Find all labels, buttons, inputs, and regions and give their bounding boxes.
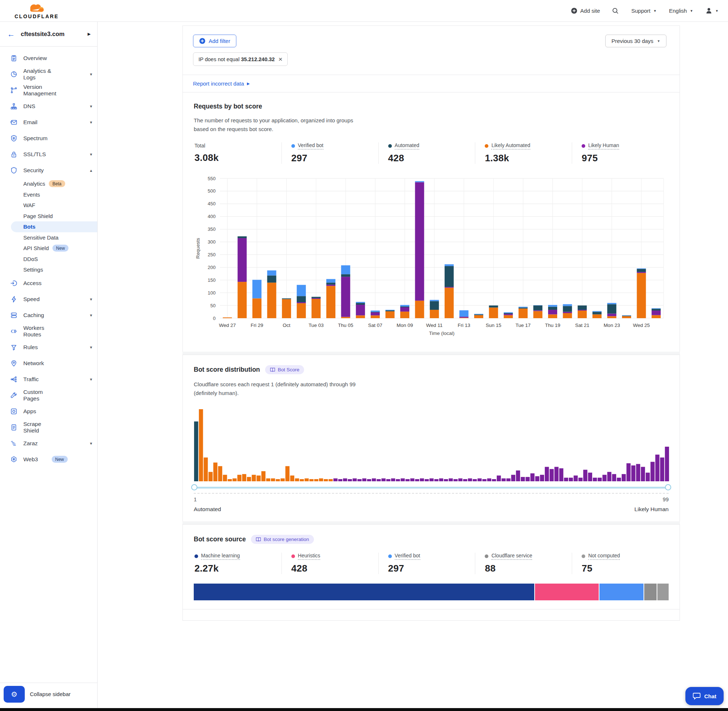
stat-value: 2.27k [195, 563, 282, 574]
book-icon [270, 367, 275, 372]
svg-text:Tue 17: Tue 17 [516, 323, 531, 328]
add-filter-button[interactable]: Add filter [193, 35, 236, 47]
histogram-ticks [194, 493, 669, 494]
slider-handle-min[interactable] [191, 484, 197, 490]
section-title: Requests by bot score [194, 103, 262, 110]
requests-stacked-bar-chart[interactable]: 050100150200250300350400450500550Wed 27F… [194, 173, 669, 343]
bot-score-badge[interactable]: Bot Score [265, 365, 304, 374]
language-menu[interactable]: English▼ [669, 7, 693, 14]
account-menu[interactable]: ▼ [706, 7, 719, 14]
date-range-dropdown[interactable]: Previous 30 days▼ [605, 35, 666, 47]
sidebar-item-apps[interactable]: Apps [0, 403, 97, 419]
svg-text:500: 500 [208, 188, 216, 194]
back-arrow-icon[interactable]: ← [7, 30, 15, 38]
sidebar-item-workers-routes[interactable]: Workers Routes [0, 323, 97, 339]
sidebar-item-traffic[interactable]: Traffic▾ [0, 371, 97, 387]
sidebar-item-label: Rules [23, 344, 56, 351]
search-button[interactable] [612, 7, 619, 14]
sidebar-item-label: Custom Pages [23, 389, 58, 402]
svg-text:400: 400 [208, 214, 216, 219]
sidebar-subitem-ddos[interactable]: DDoS [0, 254, 97, 265]
chevron-down-icon: ▼ [657, 39, 660, 43]
sidebar-item-label: Scrape Shield [23, 421, 58, 434]
bot-score-generation-badge[interactable]: Bot score generation [251, 535, 314, 544]
main-content: Add filter IP does not equal 35.212.240.… [182, 22, 680, 708]
slider-handle-max[interactable] [665, 484, 671, 490]
source-segment-machine-learning[interactable] [194, 584, 535, 600]
traffic-icon [10, 376, 18, 383]
sidebar-subitem-api-shield[interactable]: API ShieldNew [0, 243, 97, 254]
sidebar-footer: ⚙ Collapse sidebar [0, 683, 97, 705]
sidebar-item-ssl-tls[interactable]: SSL/TLS▾ [0, 146, 97, 162]
svg-text:150: 150 [208, 277, 216, 283]
svg-text:Wed 25: Wed 25 [633, 323, 650, 328]
svg-text:250: 250 [208, 252, 216, 257]
stat-not-computed: Not computed75 [572, 553, 669, 574]
sidebar-item-scrape-shield[interactable]: Scrape Shield [0, 419, 97, 435]
analytics-icon [10, 71, 18, 78]
score-range-slider[interactable] [194, 484, 669, 492]
sidebar-item-caching[interactable]: Caching▾ [0, 307, 97, 323]
source-segment-heuristics[interactable] [535, 584, 600, 600]
sidebar-item-label: Zaraz [23, 440, 56, 447]
sidebar-item-custom-pages[interactable]: Custom Pages [0, 387, 97, 403]
stat-value: 428 [291, 563, 378, 574]
source-segment-verified-bot[interactable] [600, 584, 644, 600]
legend-dot [388, 555, 392, 558]
sidebar-item-analytics-logs[interactable]: Analytics & Logs▾ [0, 66, 97, 82]
overview-icon [10, 55, 18, 62]
sidebar-item-label: Analytics & Logs [23, 68, 56, 81]
svg-text:0: 0 [213, 316, 216, 321]
sidebar-subitem-settings[interactable]: Settings [0, 264, 97, 275]
close-icon[interactable]: × [278, 56, 282, 63]
zaraz-icon [10, 440, 18, 447]
sidebar-subitem-security-analytics[interactable]: AnalyticsBeta [0, 178, 97, 189]
chevron-down-icon: ▾ [90, 441, 92, 446]
access-icon [10, 280, 18, 287]
stat-label: Not computed [588, 553, 620, 560]
stat-likely-human: Likely Human975 [572, 142, 669, 164]
source-composition-bar[interactable] [194, 584, 669, 600]
filter-chip[interactable]: IP does not equal 35.212.240.32 × [193, 52, 288, 66]
support-menu[interactable]: Support▼ [631, 7, 656, 14]
sidebar-item-label: Analytics [23, 181, 45, 187]
sidebar-subitem-waf[interactable]: WAF [0, 200, 97, 211]
sidebar-item-speed[interactable]: Speed▾ [0, 291, 97, 307]
legend-dot [485, 555, 488, 558]
add-site-button[interactable]: Add site [571, 7, 600, 14]
sidebar-item-security[interactable]: Security▴ [0, 162, 97, 178]
sidebar-item-spectrum[interactable]: Spectrum [0, 130, 97, 146]
shield-icon [10, 167, 18, 174]
collapse-sidebar-button[interactable]: Collapse sidebar [30, 691, 71, 697]
source-segment-cloudflare-service[interactable] [644, 584, 657, 600]
sidebar-subitem-sensitive-data[interactable]: Sensitive Data [0, 232, 97, 243]
report-incorrect-data-link[interactable]: Report incorrect data▶ [193, 80, 250, 87]
sidebar-item-overview[interactable]: Overview [0, 50, 97, 66]
bot-score-histogram[interactable] [194, 406, 669, 483]
slider-max-value: 99 [663, 497, 669, 502]
legend-dot [291, 144, 295, 148]
search-icon [612, 7, 619, 14]
sidebar-item-network[interactable]: Network [0, 356, 97, 371]
source-segment-not-computed[interactable] [657, 584, 669, 600]
sidebar-item-rules[interactable]: Rules▾ [0, 339, 97, 356]
sidebar-item-access[interactable]: Access [0, 275, 97, 291]
sidebar-item-zaraz[interactable]: Zaraz▾ [0, 435, 97, 451]
cloudflare-logo[interactable]: CLOUDFLARE [15, 3, 59, 19]
sidebar-subitem-page-shield[interactable]: Page Shield [0, 211, 97, 222]
stat-verified-bot: Verified bot297 [282, 142, 378, 164]
chat-button[interactable]: Chat [685, 687, 724, 705]
sidebar-item-email[interactable]: Email▾ [0, 114, 97, 130]
site-selector[interactable]: ← cftestsite3.com ▶ [0, 22, 97, 47]
slider-track[interactable] [194, 487, 669, 488]
sidebar-item-label: Security [23, 167, 56, 174]
sidebar-subitem-events[interactable]: Events [0, 189, 97, 200]
sidebar-subitem-bots[interactable]: Bots [11, 221, 97, 232]
network-icon [10, 360, 18, 367]
stat-label: Likely Human [588, 142, 619, 150]
sidebar-item-version-management[interactable]: Version Management [0, 82, 97, 98]
settings-gear-button[interactable]: ⚙ [4, 686, 25, 703]
chevron-right-icon[interactable]: ▶ [88, 32, 91, 36]
sidebar-item-web3[interactable]: Web3New [0, 451, 97, 468]
sidebar-item-dns[interactable]: DNS▾ [0, 98, 97, 114]
